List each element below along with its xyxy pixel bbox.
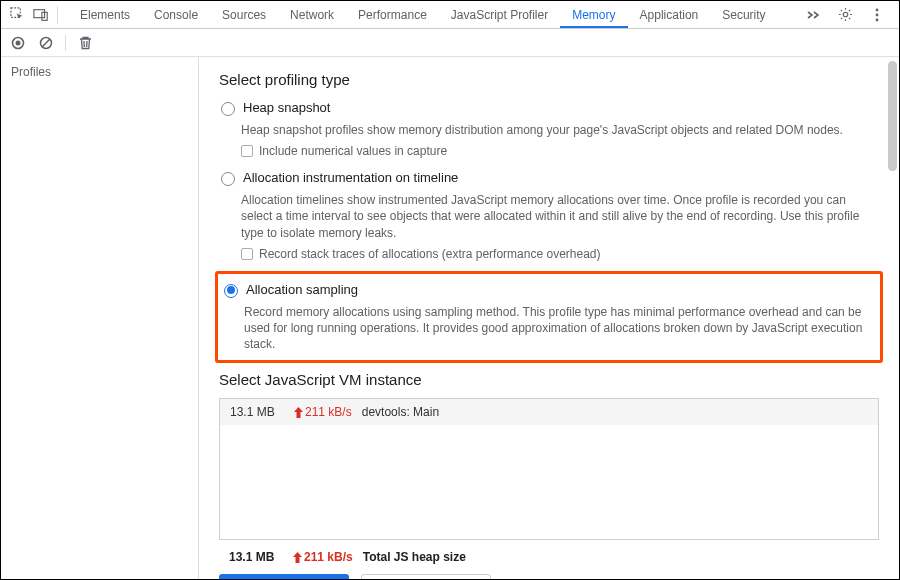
svg-line-10 — [42, 39, 49, 46]
tab-application[interactable]: Application — [628, 1, 711, 28]
heap-summary-row: 13.1 MB 211 kB/s Total JS heap size — [219, 548, 879, 566]
tab-js-profiler[interactable]: JavaScript Profiler — [439, 1, 560, 28]
main-area: Profiles Select profiling type Heap snap… — [1, 57, 899, 579]
button-row: Start Load — [219, 574, 879, 579]
vm-row-rate: 211 kB/s — [294, 405, 352, 419]
sidebar: Profiles — [1, 57, 199, 579]
svg-point-3 — [843, 12, 848, 17]
tab-elements[interactable]: Elements — [68, 1, 142, 28]
checkbox-icon — [241, 248, 253, 260]
arrow-up-icon — [294, 407, 303, 418]
gear-icon[interactable] — [833, 3, 857, 27]
alloc-sampling-desc: Record memory allocations using sampling… — [244, 304, 864, 353]
summary-rate: 211 kB/s — [293, 550, 353, 564]
vm-row-name: devtools: Main — [362, 405, 439, 419]
select-vm-heading: Select JavaScript VM instance — [219, 371, 879, 388]
svg-point-6 — [876, 18, 879, 21]
tab-security[interactable]: Security — [710, 1, 777, 28]
sub-option-label: Include numerical values in capture — [259, 144, 447, 158]
sidebar-profiles-heading: Profiles — [1, 61, 198, 83]
radio-alloc-timeline[interactable]: Allocation instrumentation on timeline — [219, 168, 879, 192]
devtools-tab-bar: Elements Console Sources Network Perform… — [1, 1, 899, 29]
vm-instance-box: 13.1 MB 211 kB/s devtools: Main — [219, 398, 879, 540]
summary-rate-value: 211 kB/s — [304, 550, 353, 564]
more-tabs-icon[interactable] — [801, 3, 825, 27]
alloc-timeline-sub-option[interactable]: Record stack traces of allocations (extr… — [241, 247, 879, 261]
radio-label: Allocation sampling — [246, 282, 358, 297]
summary-label: Total JS heap size — [363, 550, 466, 564]
svg-point-5 — [876, 13, 879, 16]
tab-memory[interactable]: Memory — [560, 1, 627, 28]
allocation-sampling-highlight: Allocation sampling Record memory alloca… — [215, 271, 883, 364]
vm-row-size: 13.1 MB — [230, 405, 284, 419]
radio-label: Heap snapshot — [243, 100, 330, 115]
start-button[interactable]: Start — [219, 574, 349, 579]
sub-option-label: Record stack traces of allocations (extr… — [259, 247, 601, 261]
summary-size: 13.1 MB — [229, 550, 283, 564]
clear-icon[interactable] — [37, 34, 55, 52]
vm-row-rate-value: 211 kB/s — [305, 405, 352, 419]
alloc-timeline-desc: Allocation timelines show instrumented J… — [241, 192, 861, 241]
trash-icon[interactable] — [76, 34, 94, 52]
select-profiling-type-heading: Select profiling type — [219, 71, 879, 88]
arrow-up-icon — [293, 552, 302, 563]
kebab-menu-icon[interactable] — [865, 3, 889, 27]
radio-icon — [221, 102, 235, 116]
svg-point-8 — [16, 40, 21, 45]
scrollbar[interactable] — [888, 61, 897, 171]
svg-rect-1 — [34, 9, 45, 17]
divider — [65, 35, 66, 51]
content-pane: Select profiling type Heap snapshot Heap… — [199, 57, 899, 579]
load-button[interactable]: Load — [361, 574, 491, 579]
radio-label: Allocation instrumentation on timeline — [243, 170, 458, 185]
radio-icon — [221, 172, 235, 186]
profile-toolbar — [1, 29, 899, 57]
record-icon[interactable] — [9, 34, 27, 52]
inspect-icon[interactable] — [5, 3, 29, 27]
svg-point-4 — [876, 8, 879, 11]
tab-performance[interactable]: Performance — [346, 1, 439, 28]
vm-instance-row[interactable]: 13.1 MB 211 kB/s devtools: Main — [220, 399, 878, 425]
tabs-container: Elements Console Sources Network Perform… — [68, 1, 801, 28]
divider — [57, 6, 58, 24]
tab-network[interactable]: Network — [278, 1, 346, 28]
tab-sources[interactable]: Sources — [210, 1, 278, 28]
heap-snapshot-sub-option[interactable]: Include numerical values in capture — [241, 144, 879, 158]
radio-heap-snapshot[interactable]: Heap snapshot — [219, 98, 879, 122]
radio-icon — [224, 284, 238, 298]
device-toggle-icon[interactable] — [29, 3, 53, 27]
heap-snapshot-desc: Heap snapshot profiles show memory distr… — [241, 122, 861, 138]
tabbar-right — [801, 3, 895, 27]
tab-console[interactable]: Console — [142, 1, 210, 28]
radio-alloc-sampling[interactable]: Allocation sampling — [222, 280, 874, 304]
checkbox-icon — [241, 145, 253, 157]
